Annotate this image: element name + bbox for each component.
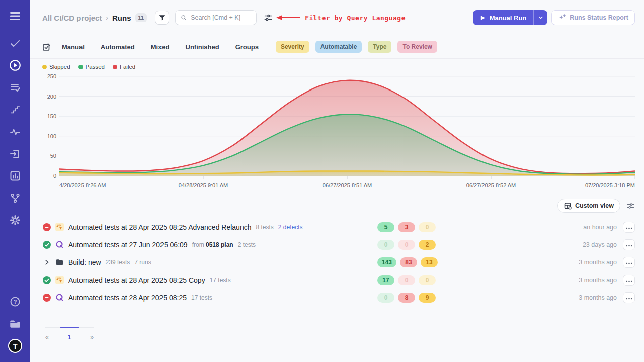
search-box[interactable] (175, 10, 257, 25)
tabs-row: ManualAutomatedMixedUnfinishedGroups Sev… (30, 39, 644, 54)
select-all-icon (42, 43, 51, 51)
run-menu-button[interactable] (623, 239, 635, 250)
badge-passed: 0 (377, 240, 394, 250)
annotation-arrow-icon (276, 15, 301, 21)
run-meta: 8 tests (256, 224, 273, 231)
sidebar-item-menu[interactable] (6, 9, 24, 24)
badge-passed: 143 (377, 257, 396, 267)
sidebar-item-tests[interactable] (6, 36, 24, 51)
sidebar-item-analytics[interactable] (6, 169, 24, 184)
manual-run-label: Manual Run (490, 14, 527, 22)
funnel-icon (158, 14, 166, 21)
legend-label: Failed (120, 64, 135, 70)
tab-unfinished[interactable]: Unfinished (186, 43, 219, 51)
run-timestamp: 3 months ago (579, 277, 617, 284)
runs-status-report-button[interactable]: Runs Status Report (551, 10, 635, 25)
sidebar: ?T (0, 0, 30, 362)
chip-to-review[interactable]: To Review (397, 41, 437, 53)
sidebar-item-plans[interactable] (6, 80, 24, 96)
tab-groups[interactable]: Groups (235, 43, 259, 51)
tab-manual[interactable]: Manual (62, 43, 85, 51)
run-title: Automated tests at 27 Jun 2025 06:09 (68, 241, 188, 249)
manual-run-dropdown-button[interactable] (533, 10, 547, 25)
ellipsis-icon (626, 294, 632, 301)
run-meta: 17 tests (191, 294, 212, 301)
ellipsis-icon (626, 223, 632, 231)
sidebar-item-projects[interactable] (6, 317, 24, 332)
query-language-filter-button[interactable] (264, 12, 273, 23)
user-avatar[interactable]: T (8, 339, 22, 353)
view-settings-button[interactable] (626, 202, 635, 210)
breadcrumb-project[interactable]: All CI/CD project (42, 14, 102, 22)
result-badges: 1438313 (377, 257, 438, 267)
header-actions: Manual Run Runs Status Report (473, 10, 635, 25)
run-title: Automated tests at 28 Apr 2025 08:25 Cop… (68, 276, 205, 284)
sidebar-item-settings[interactable] (6, 213, 24, 228)
run-row[interactable]: Automated tests at 28 Apr 2025 08:25 Cop… (42, 271, 635, 289)
chart-area: 050100150200250 (42, 74, 635, 179)
run-row[interactable]: Automated tests at 27 Jun 2025 06:09from… (42, 236, 635, 253)
y-tick-label: 250 (47, 73, 56, 79)
run-row[interactable]: Automated tests at 28 Apr 2025 08:2517 t… (42, 289, 635, 306)
page-title: Runs (112, 14, 131, 22)
sidebar-item-help[interactable]: ? (6, 295, 24, 310)
run-meta: 7 runs (134, 259, 151, 266)
run-menu-button[interactable] (623, 275, 635, 286)
y-tick-label: 50 (50, 153, 56, 159)
sidebar-item-milestones[interactable] (6, 103, 24, 118)
chip-automatable[interactable]: Automatable (315, 41, 362, 53)
badge-passed: 5 (377, 222, 394, 232)
run-menu-button[interactable] (623, 292, 635, 303)
result-badges: 530 (377, 222, 436, 232)
sidebar-item-inbox[interactable] (6, 147, 24, 162)
run-menu-button[interactable] (623, 257, 635, 268)
defects-link[interactable]: 2 defects (278, 224, 303, 231)
run-menu-button[interactable] (623, 222, 635, 233)
select-runs-button[interactable] (42, 43, 51, 51)
custom-view-button[interactable]: Custom view (557, 199, 620, 213)
chip-type[interactable]: Type (368, 41, 391, 53)
badge-skipped: 9 (419, 293, 436, 303)
help-icon: ? (9, 296, 21, 309)
badge-skipped: 13 (421, 257, 438, 267)
legend-item-passed[interactable]: Passed (78, 64, 105, 70)
legend-dot-icon (42, 65, 47, 69)
runs-results-chart[interactable] (59, 74, 635, 179)
runs-list: Automated tests at 28 Apr 2025 08:25 Adv… (30, 218, 644, 306)
run-row[interactable]: Automated tests at 28 Apr 2025 08:25 Adv… (42, 218, 635, 236)
result-badges: 1700 (377, 275, 436, 285)
run-row-main: Automated tests at 28 Apr 2025 08:2517 t… (42, 293, 377, 302)
expand-chevron-icon[interactable] (42, 258, 51, 266)
legend-item-failed[interactable]: Failed (113, 64, 135, 70)
sidebar-item-activity[interactable] (6, 125, 24, 140)
breadcrumb-separator: › (106, 14, 108, 22)
pagination-page-1[interactable]: 1 (67, 333, 71, 341)
table-settings-icon (564, 202, 572, 210)
y-tick-label: 200 (47, 94, 56, 100)
legend-label: Passed (86, 64, 105, 70)
tab-mixed[interactable]: Mixed (151, 43, 170, 51)
x-tick-label: 04/28/2025 9:01 AM (179, 182, 228, 188)
legend-item-skipped[interactable]: Skipped (42, 64, 70, 70)
runs-count-badge: 11 (135, 13, 147, 22)
badge-passed: 17 (377, 275, 394, 285)
result-badges: 002 (377, 240, 436, 250)
run-type-tabs: ManualAutomatedMixedUnfinishedGroups (62, 42, 275, 51)
chip-severity[interactable]: Severity (276, 41, 309, 53)
filter-button[interactable] (155, 11, 169, 25)
analytics-icon (9, 170, 21, 184)
annotation-text: Filter by Query Language (305, 14, 406, 22)
sidebar-item-runs[interactable] (6, 58, 24, 73)
tab-automated[interactable]: Automated (101, 43, 135, 51)
x-tick-label: 07/20/2025 3:18 PM (585, 182, 635, 188)
sidebar-item-integrations[interactable] (6, 191, 24, 206)
run-title: Automated tests at 28 Apr 2025 08:25 (68, 294, 187, 302)
search-input[interactable] (191, 14, 251, 21)
manual-run-button[interactable]: Manual Run (473, 10, 534, 25)
pagination-first-button[interactable]: « (45, 334, 49, 341)
pagination-last-button[interactable]: » (90, 334, 94, 341)
run-meta: 17 tests (210, 277, 231, 284)
qase-icon (55, 240, 64, 249)
custom-view-label: Custom view (575, 202, 614, 209)
run-group-row[interactable]: Build: new239 tests7 runs14383133 months… (42, 253, 635, 271)
